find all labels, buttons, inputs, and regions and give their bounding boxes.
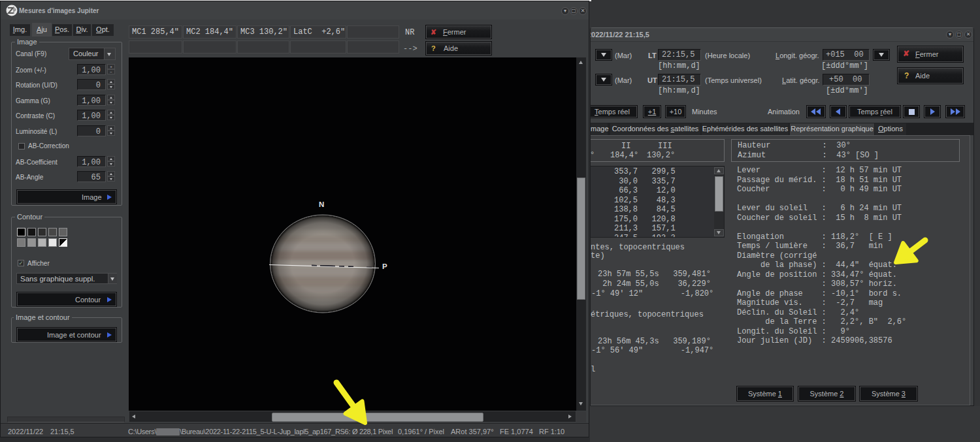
svg-text:N: N (319, 200, 324, 208)
svg-text:P: P (382, 262, 387, 270)
